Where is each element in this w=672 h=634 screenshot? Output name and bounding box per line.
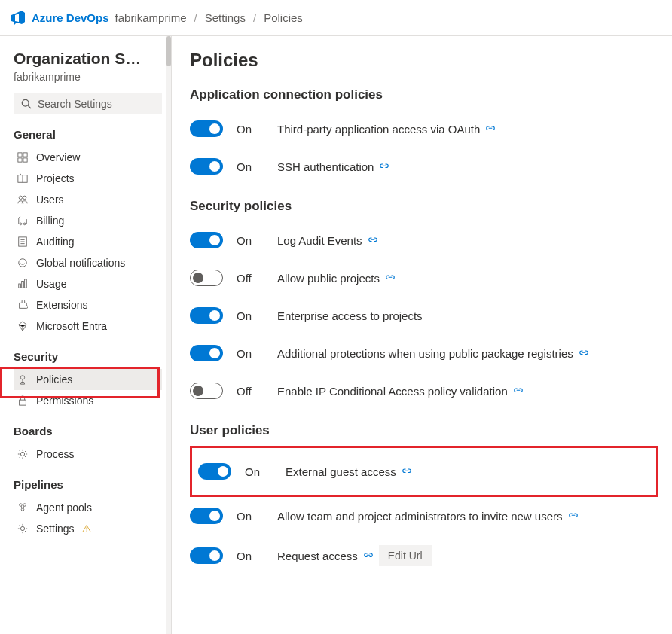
policy-label-text: SSH authentication <box>277 160 374 173</box>
toggle[interactable] <box>190 508 223 524</box>
policy-row: OnAdditional protections when using publ… <box>190 334 658 372</box>
link-icon[interactable] <box>364 551 373 560</box>
policy-label: SSH authentication <box>277 160 658 173</box>
highlight-box: OnExternal guest access <box>190 446 658 497</box>
toggle[interactable] <box>190 345 223 361</box>
policy-label: Allow public projects <box>277 272 658 285</box>
sidebar-item-label: Global notifications <box>36 257 125 269</box>
policy-label-text: Allow team and project administrators to… <box>277 510 563 523</box>
sidebar-scrollbar[interactable] <box>166 36 171 634</box>
policy-label-text: Request access <box>277 550 358 562</box>
toggle-state-label: On <box>237 510 264 523</box>
sidebar-item-label: Settings <box>36 523 75 535</box>
link-icon[interactable] <box>514 386 523 395</box>
toggle-state-label: On <box>237 160 264 173</box>
link-icon[interactable] <box>402 467 411 476</box>
breadcrumb-separator: / <box>253 11 256 24</box>
svg-rect-18 <box>25 279 27 288</box>
toggle[interactable] <box>190 270 223 286</box>
policy-section-title: User policies <box>190 423 658 438</box>
sidebar-item-projects[interactable]: Projects <box>14 168 162 189</box>
sidebar-item-label: Microsoft Entra <box>36 320 107 332</box>
sidebar-item-agent-pools[interactable]: Agent pools <box>14 497 162 518</box>
search-placeholder: Search Settings <box>38 98 112 110</box>
sidebar-item-label: Overview <box>36 151 80 163</box>
policy-row: OnExternal guest access <box>198 453 650 490</box>
sidebar-item-extensions[interactable]: Extensions <box>14 294 162 315</box>
policy-label: Third-party application access via OAuth <box>277 123 658 136</box>
toggle-state-label: On <box>245 465 272 478</box>
toggle-state-label: On <box>237 550 264 562</box>
link-icon[interactable] <box>380 162 389 171</box>
policy-label-text: Enterprise access to projects <box>277 309 423 322</box>
toggle[interactable] <box>190 232 223 248</box>
breadcrumb-settings[interactable]: Settings <box>205 11 246 24</box>
link-icon[interactable] <box>579 349 588 358</box>
svg-rect-17 <box>22 282 24 288</box>
policy-row: OnSSH authentication <box>190 148 658 185</box>
link-icon[interactable] <box>486 124 495 133</box>
link-icon[interactable] <box>386 273 395 282</box>
breadcrumb-policies[interactable]: Policies <box>264 11 303 24</box>
entra-icon <box>17 321 29 331</box>
toggle[interactable] <box>190 158 223 175</box>
sidebar-item-users[interactable]: Users <box>14 189 162 210</box>
users-icon <box>17 194 29 205</box>
policy-label-text: Enable IP Conditional Access policy vali… <box>277 385 508 398</box>
svg-point-24 <box>21 508 24 511</box>
toggle[interactable] <box>198 463 231 480</box>
policy-row: OnLog Audit Events <box>190 221 658 259</box>
policy-row: OnThird-party application access via OAu… <box>190 110 658 148</box>
sidebar-item-label: Billing <box>36 215 64 227</box>
link-icon[interactable] <box>569 511 578 520</box>
sidebar-item-billing[interactable]: Billing <box>14 210 162 231</box>
product-logo-block[interactable]: Azure DevOps <box>11 11 109 26</box>
svg-rect-3 <box>23 153 27 157</box>
sidebar-item-auditing[interactable]: Auditing <box>14 231 162 252</box>
policy-label-text: Allow public projects <box>277 272 380 285</box>
svg-point-21 <box>20 452 24 456</box>
search-settings-input[interactable]: Search Settings <box>14 93 162 114</box>
sidebar-item-label: Process <box>36 448 75 460</box>
sidebar-item-overview[interactable]: Overview <box>14 147 162 168</box>
link-icon[interactable] <box>368 236 377 245</box>
toggle-state-label: Off <box>237 272 264 285</box>
breadcrumb-separator: / <box>194 11 197 24</box>
sidebar-item-process[interactable]: Process <box>14 443 162 465</box>
svg-rect-2 <box>18 153 22 157</box>
svg-point-23 <box>23 504 26 507</box>
sidebar-item-global-notifications[interactable]: Global notifications <box>14 252 162 273</box>
sidebar-item-label: Auditing <box>36 236 75 248</box>
sidebar-item-usage[interactable]: Usage <box>14 273 162 294</box>
nav-section-title: Security <box>14 350 162 363</box>
agent-pools-icon <box>17 502 29 513</box>
svg-point-27 <box>86 530 87 531</box>
toggle[interactable] <box>190 547 223 564</box>
svg-line-1 <box>28 105 31 108</box>
org-settings-title: Organization S… <box>14 50 162 68</box>
toggle[interactable] <box>190 120 223 137</box>
product-name[interactable]: Azure DevOps <box>32 11 109 24</box>
edit-url-button[interactable]: Edit Url <box>379 545 432 566</box>
header: Azure DevOps fabrikamprime / Settings / … <box>0 0 672 36</box>
process-icon <box>17 449 29 459</box>
toggle[interactable] <box>190 307 223 324</box>
sidebar-item-policies[interactable]: Policies <box>14 369 162 390</box>
sidebar-item-label: Permissions <box>36 395 93 407</box>
billing-icon <box>17 215 29 226</box>
policy-label: Additional protections when using public… <box>277 347 658 360</box>
svg-point-7 <box>19 196 22 199</box>
sidebar-item-label: Policies <box>36 373 72 386</box>
policy-label: Allow team and project administrators to… <box>277 510 658 523</box>
policy-row: OnRequest accessEdit Url <box>190 535 658 577</box>
sidebar-item-permissions[interactable]: Permissions <box>14 390 162 411</box>
policy-row: OnEnterprise access to projects <box>190 297 658 334</box>
svg-point-8 <box>23 196 26 199</box>
sidebar-item-label: Projects <box>36 172 75 184</box>
toggle[interactable] <box>190 383 223 399</box>
sidebar-item-settings[interactable]: Settings <box>14 518 162 539</box>
policy-label: Log Audit Events <box>277 234 658 247</box>
breadcrumb-org[interactable]: fabrikamprime <box>115 11 187 24</box>
sidebar-item-microsoft-entra[interactable]: Microsoft Entra <box>14 315 162 337</box>
main-content: Policies Application connection policies… <box>172 36 672 634</box>
